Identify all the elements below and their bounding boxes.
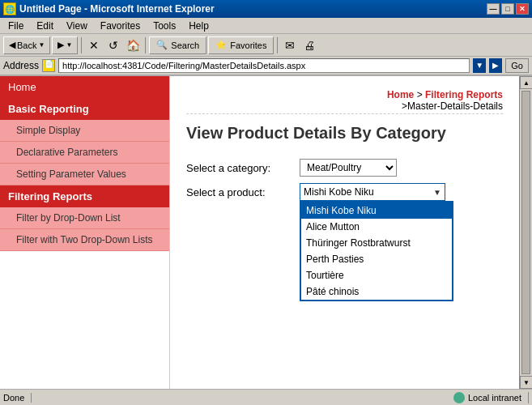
category-select[interactable]: Meat/Poultry <box>300 159 397 177</box>
statusbar: Done Local intranet <box>0 389 532 405</box>
breadcrumb-page: Master-Details-Details <box>407 100 503 112</box>
sidebar-item-simple-display[interactable]: Simple Display <box>0 120 169 142</box>
product-selected-display[interactable]: Mishi Kobe Niku ▼ <box>300 183 445 201</box>
page-title: View Product Details By Category <box>186 113 503 143</box>
scrollbar[interactable]: ▲ ▼ <box>519 76 532 389</box>
status-done-panel: Done <box>3 393 32 403</box>
product-option-3[interactable]: Perth Pasties <box>301 251 452 267</box>
product-option-0[interactable]: Mishi Kobe Niku <box>301 202 452 219</box>
back-icon: ◀ <box>9 40 15 50</box>
product-option-4[interactable]: Tourtière <box>301 267 452 284</box>
forward-button[interactable]: ▶ ▼ <box>52 36 78 54</box>
separator-3 <box>277 37 278 53</box>
product-dropdown-arrow: ▼ <box>433 188 441 197</box>
window-icon: 🌐 <box>3 2 16 15</box>
breadcrumb-home[interactable]: Home <box>387 89 414 100</box>
forward-dropdown-icon: ▼ <box>66 41 72 49</box>
menu-edit[interactable]: Edit <box>30 19 60 33</box>
product-option-2[interactable]: Thüringer Rostbratwurst <box>301 235 452 251</box>
window-title: Untitled Page - Microsoft Internet Explo… <box>19 3 487 15</box>
sidebar-item-filter-dropdown[interactable]: Filter by Drop-Down List <box>0 207 169 229</box>
stop-button[interactable]: ✕ <box>85 36 103 54</box>
refresh-button[interactable]: ↺ <box>104 36 122 54</box>
sidebar-section-filtering-reports[interactable]: Filtering Reports <box>0 185 169 207</box>
page-icon: 📄 <box>42 59 55 72</box>
print-button[interactable]: 🖨 <box>300 36 318 54</box>
breadcrumb: Home > Filtering Reports >Master-Details… <box>387 89 503 112</box>
favorites-button[interactable]: ⭐ Favorites <box>208 36 274 54</box>
navigate-button[interactable]: ▶ <box>489 58 502 73</box>
zone-icon <box>453 392 465 403</box>
separator-2 <box>145 37 146 53</box>
breadcrumb-section[interactable]: Filtering Reports <box>425 89 503 100</box>
product-dropdown-container: Mishi Kobe Niku ▼ Mishi Kobe Niku Alice … <box>300 183 445 201</box>
maximize-button[interactable]: □ <box>501 3 514 15</box>
done-text: Done <box>3 393 24 403</box>
menu-tools[interactable]: Tools <box>147 19 182 33</box>
mail-button[interactable]: ✉ <box>281 36 299 54</box>
back-dropdown-icon: ▼ <box>38 41 45 49</box>
scroll-down-button[interactable]: ▼ <box>520 376 532 389</box>
product-row: Select a product: Mishi Kobe Niku ▼ Mish… <box>186 183 503 201</box>
titlebar: 🌐 Untitled Page - Microsoft Internet Exp… <box>0 0 532 18</box>
product-option-5[interactable]: Pâté chinois <box>301 284 452 300</box>
search-button[interactable]: 🔍 Search <box>149 36 206 54</box>
back-button[interactable]: ◀ Back ▼ <box>3 36 50 54</box>
product-selected-text: Mishi Kobe Niku <box>304 186 374 198</box>
status-zone-panel: Local intranet <box>453 392 529 403</box>
scroll-up-button[interactable]: ▲ <box>520 76 532 89</box>
address-dropdown[interactable]: ▼ <box>473 58 486 73</box>
category-label: Select a category: <box>186 162 300 174</box>
go-button[interactable]: Go <box>505 58 529 73</box>
zone-text: Local intranet <box>468 393 521 403</box>
favorites-icon: ⭐ <box>215 40 227 50</box>
address-input[interactable] <box>58 58 470 73</box>
sidebar-section-basic-reporting[interactable]: Basic Reporting <box>0 98 169 120</box>
toolbar: ◀ Back ▼ ▶ ▼ ✕ ↺ 🏠 🔍 Search ⭐ Favorites … <box>0 34 532 57</box>
sidebar-item-setting-parameter-values[interactable]: Setting Parameter Values <box>0 164 169 185</box>
product-dropdown-list: Mishi Kobe Niku Alice Mutton Thüringer R… <box>300 201 453 301</box>
sidebar-item-filter-two-dropdowns[interactable]: Filter with Two Drop-Down Lists <box>0 229 169 251</box>
menu-help[interactable]: Help <box>182 19 215 33</box>
search-icon: 🔍 <box>156 40 168 50</box>
home-button[interactable]: 🏠 <box>124 36 142 54</box>
sidebar-item-declarative-parameters[interactable]: Declarative Parameters <box>0 142 169 164</box>
product-label: Select a product: <box>186 186 300 198</box>
addressbar: Address 📄 ▼ ▶ Go <box>0 57 532 76</box>
content-area: Home Basic Reporting Simple Display Decl… <box>0 76 532 389</box>
sidebar-home[interactable]: Home <box>0 76 169 98</box>
menu-view[interactable]: View <box>60 19 94 33</box>
menu-file[interactable]: File <box>2 19 30 33</box>
category-row: Select a category: Meat/Poultry <box>186 159 503 177</box>
scroll-thumb[interactable] <box>521 91 530 374</box>
sidebar: Home Basic Reporting Simple Display Decl… <box>0 76 170 389</box>
window-controls[interactable]: — □ ✕ <box>487 3 529 15</box>
menubar: File Edit View Favorites Tools Help <box>0 18 532 34</box>
product-option-1[interactable]: Alice Mutton <box>301 219 452 235</box>
main-panel: Home > Filtering Reports >Master-Details… <box>170 76 519 389</box>
address-label: Address <box>3 60 39 71</box>
forward-icon: ▶ <box>57 40 64 50</box>
close-button[interactable]: ✕ <box>516 3 529 15</box>
separator-1 <box>81 37 82 53</box>
minimize-button[interactable]: — <box>487 3 500 15</box>
menu-favorites[interactable]: Favorites <box>94 19 147 33</box>
